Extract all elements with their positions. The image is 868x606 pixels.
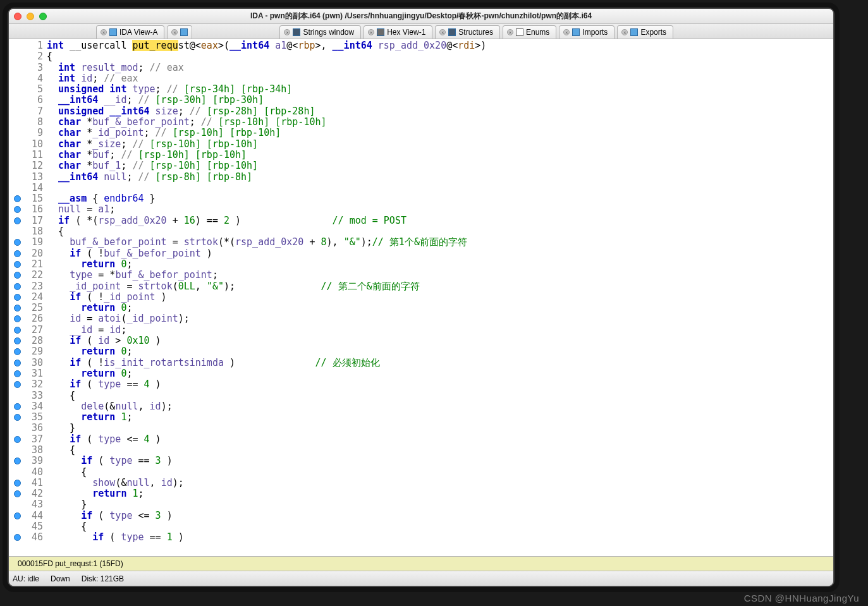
- line-number: 11: [9, 150, 47, 161]
- code-view[interactable]: int __usercall put_requst@<eax>(__int64 …: [47, 39, 833, 556]
- tab-label: Hex View-1: [387, 28, 425, 37]
- breakpoint-icon[interactable]: [14, 305, 21, 312]
- tab-exports[interactable]: × Exports: [617, 25, 673, 39]
- line-number: 30: [9, 358, 47, 368]
- close-icon[interactable]: ×: [621, 29, 628, 35]
- line-number: 26: [9, 313, 47, 324]
- breakpoint-icon[interactable]: [14, 315, 21, 322]
- line-number: 4: [9, 73, 47, 84]
- line-number: 15: [9, 193, 47, 204]
- line-number: 19: [9, 237, 47, 248]
- line-number: 37: [9, 434, 47, 445]
- line-number: 13: [9, 172, 47, 183]
- breakpoint-icon[interactable]: [14, 195, 21, 202]
- breakpoint-icon[interactable]: [14, 414, 21, 421]
- breakpoint-icon[interactable]: [14, 217, 21, 224]
- breakpoint-icon[interactable]: [14, 239, 21, 246]
- line-number: 44: [9, 511, 47, 521]
- line-number: 7: [9, 106, 47, 117]
- breakpoint-icon[interactable]: [14, 250, 21, 257]
- close-icon[interactable]: [14, 13, 21, 20]
- app-window: IDA - pwn的副本.i64 (pwn) /Users/hnhuangjin…: [8, 8, 834, 587]
- breakpoint-icon[interactable]: [14, 272, 21, 279]
- strings-icon: [293, 28, 300, 36]
- address-text: 000015FD put_requst:1 (15FD): [18, 559, 123, 568]
- line-number: 10: [9, 139, 47, 150]
- line-number: 35: [9, 412, 47, 423]
- line-number: 33: [9, 391, 47, 401]
- tab-hex-view[interactable]: × Hex View-1: [364, 25, 432, 39]
- close-icon[interactable]: ×: [368, 29, 374, 35]
- window-title: IDA - pwn的副本.i64 (pwn) /Users/hnhuangjin…: [9, 11, 833, 21]
- line-number: 27: [9, 325, 47, 336]
- breakpoint-icon[interactable]: [14, 348, 21, 355]
- minimize-icon[interactable]: [27, 13, 34, 20]
- tab-ida-view-a[interactable]: × IDA View-A: [96, 25, 164, 39]
- breakpoint-icon[interactable]: [14, 512, 21, 519]
- breakpoint-icon[interactable]: [14, 480, 21, 487]
- enum-icon: [516, 28, 523, 36]
- tab-label: Exports: [640, 28, 666, 37]
- close-icon[interactable]: ×: [439, 29, 446, 35]
- line-number: 12: [9, 161, 47, 171]
- breakpoint-icon[interactable]: [14, 294, 21, 301]
- line-number: 9: [9, 128, 47, 138]
- line-number: 40: [9, 467, 47, 478]
- line-number: 20: [9, 248, 47, 259]
- window-controls: [14, 13, 47, 20]
- breakpoint-icon[interactable]: [14, 490, 21, 497]
- tab-label: IDA View-A: [119, 28, 157, 37]
- tab-imports[interactable]: × Imports: [559, 25, 614, 39]
- address-status: 000015FD put_requst:1 (15FD): [9, 556, 833, 571]
- breakpoint-icon[interactable]: [14, 283, 21, 290]
- breakpoint-icon[interactable]: [14, 261, 21, 268]
- tab-enums[interactable]: × Enums: [503, 25, 556, 39]
- line-number: 22: [9, 270, 47, 281]
- tab-label: Enums: [526, 28, 549, 37]
- bottom-bar: AU: idle Down Disk: 121GB: [9, 571, 833, 586]
- breakpoint-icon[interactable]: [14, 458, 21, 464]
- line-gutter: 1234567891011121314151617181920212223242…: [9, 39, 47, 556]
- tab-structures[interactable]: × Structures: [435, 25, 500, 39]
- line-number: 18: [9, 226, 47, 237]
- line-number: 6: [9, 95, 47, 106]
- line-number: 39: [9, 456, 47, 466]
- line-number: 32: [9, 379, 47, 390]
- line-number: 21: [9, 259, 47, 270]
- breakpoint-icon[interactable]: [14, 360, 21, 367]
- tab-strings[interactable]: × Strings window: [279, 25, 361, 39]
- line-number: 3: [9, 63, 47, 73]
- tabbar: × IDA View-A × × Strings window × Hex Vi…: [9, 24, 833, 39]
- breakpoint-icon[interactable]: [14, 436, 21, 443]
- line-number: 2: [9, 51, 47, 62]
- tab-pseudocode[interactable]: ×: [167, 25, 192, 39]
- breakpoint-icon[interactable]: [14, 206, 21, 213]
- close-icon[interactable]: ×: [171, 29, 178, 35]
- line-number: 16: [9, 204, 47, 215]
- close-icon[interactable]: ×: [284, 29, 290, 35]
- line-number: 24: [9, 292, 47, 303]
- line-number: 25: [9, 303, 47, 313]
- zoom-icon[interactable]: [39, 13, 47, 20]
- close-icon[interactable]: ×: [101, 29, 107, 35]
- breakpoint-icon[interactable]: [14, 327, 21, 334]
- line-number: 36: [9, 423, 47, 433]
- line-number: 8: [9, 117, 47, 128]
- line-number: 43: [9, 499, 47, 510]
- line-number: 34: [9, 401, 47, 412]
- hex-icon: [377, 28, 384, 36]
- line-number: 46: [9, 532, 47, 543]
- breakpoint-icon[interactable]: [14, 370, 21, 377]
- line-number: 41: [9, 478, 47, 488]
- breakpoint-icon[interactable]: [14, 337, 21, 344]
- breakpoint-icon[interactable]: [14, 534, 21, 541]
- down-status: Down: [51, 574, 70, 583]
- close-icon[interactable]: ×: [563, 29, 570, 35]
- close-icon[interactable]: ×: [507, 29, 513, 35]
- titlebar: IDA - pwn的副本.i64 (pwn) /Users/hnhuangjin…: [9, 9, 833, 24]
- breakpoint-icon[interactable]: [14, 403, 21, 410]
- line-number: 45: [9, 521, 47, 532]
- breakpoint-icon[interactable]: [14, 381, 21, 388]
- imports-icon: [572, 28, 580, 36]
- au-status: AU: idle: [13, 574, 39, 583]
